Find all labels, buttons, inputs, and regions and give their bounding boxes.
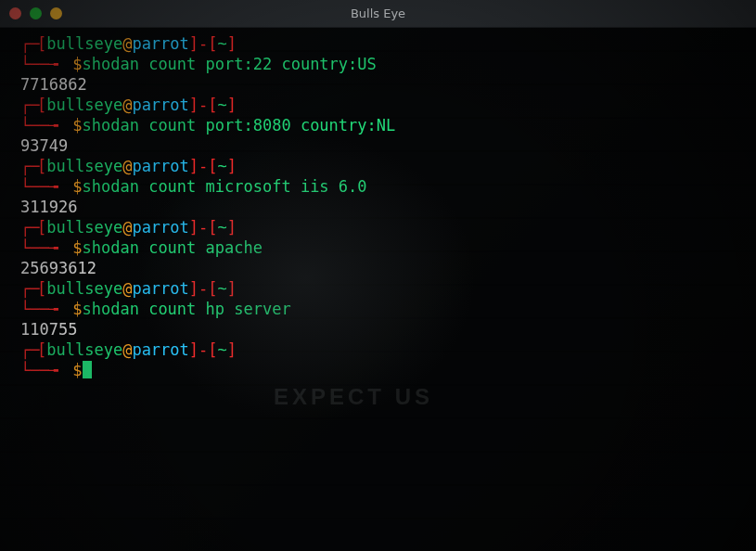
command-text: shodan count port:8080 country:NL xyxy=(83,116,396,135)
command-line: └──╼ $shodan count hp server xyxy=(2,299,754,319)
watermark-text: EXPECT US xyxy=(274,384,433,410)
close-icon[interactable] xyxy=(9,7,21,19)
command-text: shodan count apache xyxy=(83,238,263,257)
command-line: └──╼ $shodan count port:22 country:US xyxy=(2,54,754,74)
prompt-line: ┌─[bullseye@parrot]-[~] xyxy=(2,278,754,299)
terminal-window: Bulls Eye EXPECT US ┌─[bullseye@parrot]-… xyxy=(0,0,756,551)
terminal-body[interactable]: ┌─[bullseye@parrot]-[~]└──╼ $shodan coun… xyxy=(0,28,756,380)
prompt-line: ┌─[bullseye@parrot]-[~] xyxy=(2,33,754,54)
prompt-line: ┌─[bullseye@parrot]-[~] xyxy=(2,156,754,176)
output-line: 7716862 xyxy=(2,74,754,95)
titlebar: Bulls Eye xyxy=(0,0,756,28)
maximize-icon[interactable] xyxy=(50,7,62,19)
minimize-icon[interactable] xyxy=(30,7,42,19)
traffic-lights xyxy=(9,7,62,19)
command-line: └──╼ $ xyxy=(2,360,754,380)
output-line: 25693612 xyxy=(2,258,754,278)
command-text: shodan count port:22 country:US xyxy=(83,55,377,73)
output-line: 110755 xyxy=(2,319,754,340)
cursor xyxy=(83,361,92,378)
output-line: 93749 xyxy=(2,135,754,156)
command-text: shodan count hp server xyxy=(83,300,291,318)
output-line: 311926 xyxy=(2,197,754,217)
command-line: └──╼ $shodan count port:8080 country:NL xyxy=(2,115,754,135)
prompt-line: ┌─[bullseye@parrot]-[~] xyxy=(2,217,754,237)
prompt-line: ┌─[bullseye@parrot]-[~] xyxy=(2,340,754,360)
command-text: shodan count microsoft iis 6.0 xyxy=(83,177,367,196)
command-line: └──╼ $shodan count apache xyxy=(2,237,754,258)
prompt-line: ┌─[bullseye@parrot]-[~] xyxy=(2,95,754,115)
command-line: └──╼ $shodan count microsoft iis 6.0 xyxy=(2,176,754,197)
window-title: Bulls Eye xyxy=(0,6,756,20)
